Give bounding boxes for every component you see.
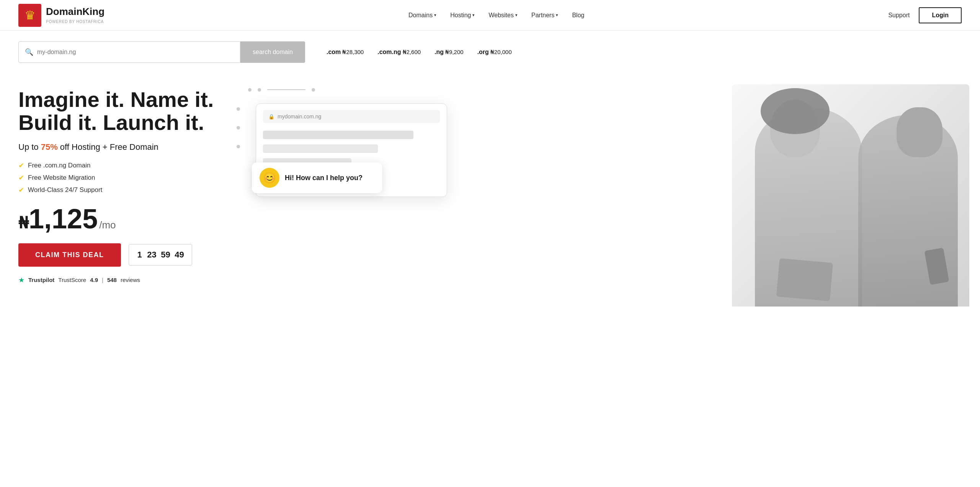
tld-price: ₦2,600 — [403, 49, 421, 56]
tld-name: .com — [327, 49, 341, 56]
tld-name: .com.ng — [377, 49, 401, 56]
tld-ng: .ng ₦9,200 — [434, 49, 464, 56]
countdown-seconds: 59 — [160, 250, 171, 260]
nav-links: Domains▾ Hosting▾ Websites▾ Partners▾ Bl… — [408, 12, 584, 19]
hero-left: Imagine it. Name it. Build it. Launch it… — [18, 84, 233, 284]
nav-blog[interactable]: Blog — [572, 12, 584, 19]
trustpilot-label: Trustpilot — [28, 277, 54, 283]
tld-price: ₦9,200 — [445, 49, 464, 56]
chevron-icon: ▾ — [434, 13, 436, 18]
nav-domains[interactable]: Domains▾ — [408, 12, 436, 19]
check-icon-2: ✔ — [18, 174, 24, 182]
dot-2 — [258, 88, 261, 92]
hero-title: Imagine it. Name it. Build it. Launch it… — [18, 88, 233, 134]
chevron-icon: ▾ — [472, 13, 475, 18]
check-icon-1: ✔ — [18, 161, 24, 170]
brand-sub: powered by HOSTAFRICA — [46, 20, 104, 24]
price-symbol: ₦ — [18, 215, 29, 231]
feature-list: ✔ Free .com.ng Domain ✔ Free Website Mig… — [18, 161, 233, 194]
chat-bubble: 😊 Hi! How can I help you? — [252, 162, 382, 193]
price-mo: /mo — [99, 219, 116, 231]
tld-price: ₦20,000 — [490, 49, 512, 56]
deco-dots-top — [248, 88, 315, 92]
trustpilot-row: ★ Trustpilot TrustScore 4.9 | 548 review… — [18, 276, 233, 284]
nav-actions: Support Login — [888, 7, 962, 23]
check-icon-3: ✔ — [18, 186, 24, 194]
price-display: ₦ 1,125 /mo — [18, 205, 233, 233]
dot-3 — [312, 88, 315, 92]
search-icon: 🔍 — [25, 48, 33, 56]
tablet-prop — [776, 258, 833, 301]
search-section: 🔍 search domain .com ₦28,300 .com.ng ₦2,… — [0, 31, 980, 69]
search-input[interactable] — [37, 49, 234, 56]
people-bg — [732, 84, 969, 307]
nav-partners[interactable]: Partners▾ — [531, 12, 558, 19]
logo-text: DomainKing powered by HOSTAFRICA — [46, 6, 105, 25]
woman-hair — [761, 88, 830, 134]
chevron-icon: ▾ — [515, 13, 518, 18]
hero-right: 🔒 mydomain.com.ng — [233, 84, 962, 197]
countdown-minutes: 23 — [147, 250, 157, 260]
content-bar-wide — [263, 131, 413, 139]
countdown-hours: 1 — [136, 250, 144, 260]
hero-section: Imagine it. Name it. Build it. Launch it… — [0, 69, 980, 307]
chat-avatar: 😊 — [260, 168, 279, 188]
trustpilot-score: 4.9 — [90, 277, 98, 283]
navbar: ♛ DomainKing powered by HOSTAFRICA Domai… — [0, 0, 980, 31]
dot-1 — [248, 88, 252, 92]
tld-name: .org — [477, 49, 489, 56]
search-button[interactable]: search domain — [240, 41, 305, 63]
chevron-icon: ▾ — [556, 13, 558, 18]
feature-item-2: ✔ Free Website Migration — [18, 174, 233, 182]
connector-line — [267, 89, 305, 90]
tld-com: .com ₦28,300 — [327, 49, 364, 56]
nav-websites[interactable]: Websites▾ — [488, 12, 518, 19]
deco-dots-left — [237, 107, 240, 148]
browser-url: mydomain.com.ng — [278, 113, 321, 120]
crown-icon: ♛ — [24, 9, 36, 21]
countdown-timer: 1 23 59 49 — [129, 244, 192, 266]
tld-org: .org ₦20,000 — [477, 49, 512, 56]
countdown-frames: 49 — [174, 250, 185, 260]
cta-row: CLAIM THIS DEAL 1 23 59 49 — [18, 243, 233, 267]
person-illustration — [732, 84, 969, 307]
hero-subtitle: Up to 75% off Hosting + Free Domain — [18, 142, 233, 152]
feature-item-1: ✔ Free .com.ng Domain — [18, 161, 233, 170]
support-link[interactable]: Support — [888, 12, 910, 19]
nav-hosting[interactable]: Hosting▾ — [450, 12, 475, 19]
feature-item-3: ✔ World-Class 24/7 Support — [18, 186, 233, 194]
tld-name: .ng — [434, 49, 444, 56]
trustpilot-reviews-text: reviews — [121, 277, 140, 283]
tld-prices: .com ₦28,300 .com.ng ₦2,600 .ng ₦9,200 .… — [327, 49, 512, 56]
tld-com-ng: .com.ng ₦2,600 — [377, 49, 421, 56]
logo-area[interactable]: ♛ DomainKing powered by HOSTAFRICA — [18, 4, 105, 27]
login-button[interactable]: Login — [919, 7, 962, 23]
trustpilot-sep: | — [102, 277, 103, 283]
discount-highlight: 75% — [41, 142, 58, 152]
tld-price: ₦28,300 — [342, 49, 364, 56]
man-head — [897, 107, 942, 157]
trustpilot-review-count: 548 — [107, 277, 117, 283]
lock-icon: 🔒 — [268, 114, 274, 120]
trustpilot-star: ★ — [18, 276, 24, 284]
brand-name: DomainKing — [46, 6, 105, 18]
trustpilot-text: TrustScore — [58, 277, 86, 283]
logo-icon: ♛ — [18, 4, 41, 27]
price-amount: 1,125 — [29, 205, 98, 233]
content-bar-med — [263, 144, 378, 153]
search-input-wrapper: 🔍 — [18, 41, 240, 63]
claim-deal-button[interactable]: CLAIM THIS DEAL — [18, 243, 121, 267]
browser-address-bar: 🔒 mydomain.com.ng — [263, 110, 440, 123]
chat-text: Hi! How can I help you? — [285, 174, 363, 182]
